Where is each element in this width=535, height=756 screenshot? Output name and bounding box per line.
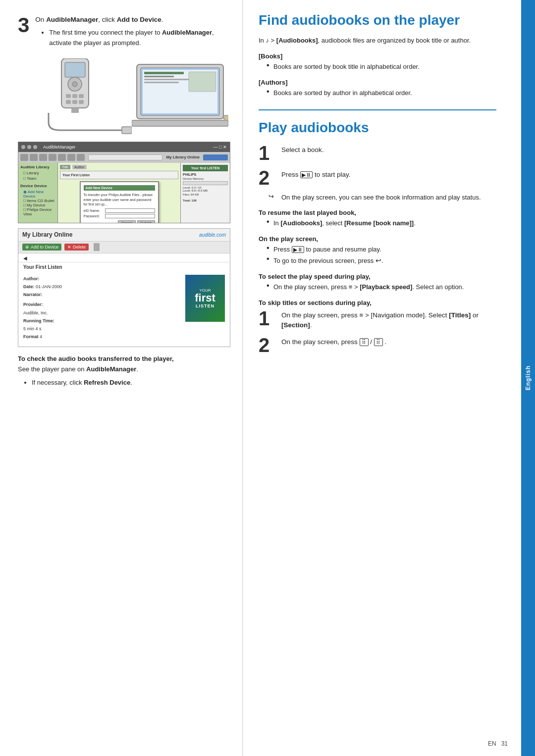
am-search-bar — [88, 154, 162, 160]
lib-header: My Library Online audible.com — [18, 229, 230, 242]
am-tab-title: Title — [60, 165, 70, 169]
play-step-1-content: Select a book. — [281, 143, 496, 155]
am-modal-text: To transfer your Philips Audible Files -… — [84, 193, 155, 207]
am-password-label: Password: — [84, 214, 104, 218]
authors-bullet-dot: • — [267, 88, 273, 96]
resume-bullet-dot: • — [267, 218, 273, 226]
am-window-controls: — □ ✕ — [214, 145, 227, 150]
back-icon: ↩ — [375, 256, 381, 264]
audible-manager-screenshot: AudibleManager — □ ✕ My Library Online A… — [18, 142, 230, 223]
am-cancel-btn: Cancel — [118, 220, 136, 223]
lib-date-val: 01-JAN-2000 — [36, 284, 62, 289]
am-body: Audible Library □ Library □ Team Device … — [18, 163, 230, 223]
am-right-total: Total: 128 — [183, 199, 228, 202]
check-heading: To check the audio books transferred to … — [18, 355, 230, 362]
lib-cover-listen: LISTEN — [196, 303, 214, 308]
library-online-screenshot: My Library Online audible.com ⊕ Add to D… — [18, 228, 230, 347]
lib-provider-val: Audible, Inc. — [23, 310, 48, 315]
lib-provider-row: Provider: — [23, 301, 180, 308]
play-step-1: 1 Select a book. — [259, 143, 496, 163]
play-step-2-num: 2 — [259, 168, 276, 188]
am-right-device-info: Device Memory: — [183, 177, 228, 180]
svg-rect-16 — [144, 76, 174, 77]
step-3-content: On AudibleManager, click Add to Device. … — [35, 15, 230, 50]
lib-arrow-icon: ▶▶ — [23, 345, 32, 347]
authors-label: [Authors] — [259, 79, 496, 86]
am-right-first-listen: Your first LISTEN — [183, 165, 228, 171]
lib-runtime-val: 5 min 4 s — [23, 326, 42, 331]
play-screen-bullet-1-text: Press ▶⏸ to pause and resume play. — [273, 245, 381, 254]
section2-title: Play audiobooks — [259, 119, 496, 136]
books-bullet-dot: • — [267, 61, 273, 69]
lib-title-text: My Library Online — [22, 231, 72, 238]
skip-step-1-content: On the play screen, press ≡ > [Navigatio… — [281, 308, 496, 331]
am-header-dot-3 — [33, 145, 37, 149]
lib-provider-val-row: Audible, Inc. — [23, 309, 180, 317]
skip-heading: To skip titles or sections during play, — [259, 299, 496, 306]
svg-rect-15 — [144, 72, 184, 74]
svg-rect-1 — [65, 62, 85, 77]
check-bullets: If necessary, click Refresh Device. — [32, 378, 230, 388]
svg-rect-4 — [66, 94, 71, 98]
lib-toolbar-icon — [94, 243, 100, 251]
am-sidebar-audible: Audible Library — [20, 165, 55, 169]
am-toolbar-btn-7 — [77, 154, 85, 161]
lib-cover-art: Your first LISTEN — [185, 275, 225, 322]
lib-runtime-label: Running Time: — [23, 318, 54, 323]
section1-body: In ♪ > [Audiobooks], audiobook files are… — [259, 36, 496, 46]
lib-format-row: Format 4 — [23, 333, 180, 341]
play-screen-bullet-2-text: To go to the previous screen, press ↩. — [273, 255, 383, 266]
step-3-bullet-1: The first time you connect the player to… — [49, 28, 230, 49]
svg-rect-8 — [72, 100, 77, 104]
am-right-panel: Your first LISTEN PHILIPS Device Memory:… — [180, 163, 230, 223]
am-sidebar-device-1: ◉ Add New Device — [20, 190, 55, 199]
lib-footer-text: ▶▶ Your Audible adventures begin right h… — [18, 345, 230, 347]
am-toolbar-btn-3 — [39, 154, 47, 161]
svg-rect-10 — [71, 108, 79, 113]
check-body: See the player pane on AudibleManager. — [18, 364, 230, 375]
lib-runtime-val-row: 5 min 4 s — [23, 325, 180, 333]
lib-item-title-row: Your First Listen — [18, 262, 230, 271]
am-audible-btn — [203, 154, 228, 160]
lib-cover-first: first — [195, 293, 215, 303]
left-column: 3 On AudibleManager, click Add to Device… — [0, 0, 243, 756]
am-sidebar-item-1: □ Library — [20, 171, 55, 175]
skip-step-2: 2 On the play screen, press ⠿ / ⠿ . — [259, 335, 496, 355]
am-modal-username: eID Name: — [84, 208, 155, 213]
step-3-text: On AudibleManager, click Add to Device. — [35, 15, 230, 25]
svg-rect-17 — [144, 79, 194, 80]
check-bullet-1: If necessary, click Refresh Device. — [32, 378, 230, 388]
svg-rect-9 — [79, 100, 84, 104]
am-sidebar-device-4: □ Philips Device View — [20, 207, 55, 216]
page-number: 31 — [501, 740, 508, 747]
am-toolbar-btn-2 — [30, 154, 38, 161]
am-modal-dialog: Add New Device To transfer your Philips … — [80, 181, 159, 223]
lib-delete-btn: ✕ Delete — [64, 244, 89, 251]
am-modal-title: Add New Device — [84, 185, 155, 191]
am-toolbar-btn-1 — [20, 154, 28, 161]
am-toolbar-btn-5 — [58, 154, 66, 161]
am-right-memory-bar — [183, 181, 228, 185]
books-bullet: • Books are sorted by book title in alph… — [267, 62, 496, 72]
am-sidebar-device-2: □ Items CD Bullet — [20, 199, 55, 203]
svg-rect-5 — [72, 94, 77, 98]
lib-toolbar: ⊕ Add to Device ✕ Delete — [18, 242, 230, 253]
am-my-library-label: My Library Online — [166, 155, 200, 159]
svg-text:⚡: ⚡ — [224, 115, 228, 120]
arrow-right-icon: ↪ — [268, 193, 277, 200]
lib-body: Author: Date: 01-JAN-2000 Narrator: Prov… — [18, 271, 230, 345]
lib-format-val: 4 — [40, 334, 42, 339]
am-sidebar-item-2: □ Team — [20, 176, 55, 181]
am-password-input — [105, 214, 155, 218]
menu-icon-skip: ≡ — [360, 311, 364, 319]
am-toolbar-btn-4 — [49, 154, 56, 161]
play-pause-icon: ▶⏸ — [300, 171, 313, 178]
lib-audible-text: audible.com — [199, 232, 226, 238]
play-step-2-arrow: ↪ On the play screen, you can see the bo… — [268, 193, 496, 202]
play-step-1-num: 1 — [259, 143, 276, 163]
step-3-number: 3 — [18, 15, 29, 36]
lib-info-panel: Author: Date: 01-JAN-2000 Narrator: Prov… — [23, 275, 180, 341]
step-3-bullets: The first time you connect the player to… — [49, 28, 230, 49]
section-divider — [259, 109, 496, 110]
side-tab-text: English — [525, 365, 532, 390]
